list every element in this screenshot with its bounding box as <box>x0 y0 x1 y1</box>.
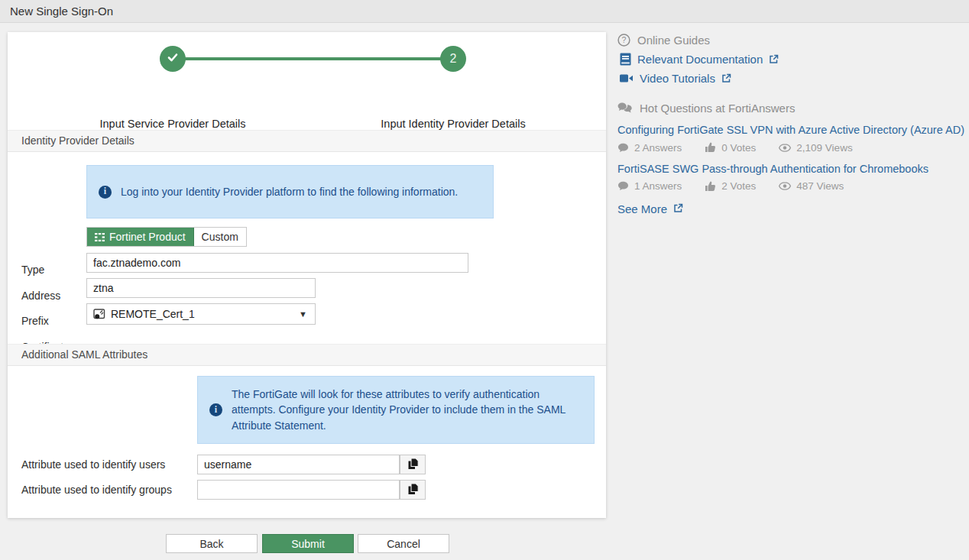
wizard-step1-label: Input Service Provider Details <box>35 118 310 130</box>
page-title: New Single Sign-On <box>0 0 969 22</box>
wizard-step2-number: 2 <box>450 52 457 66</box>
wizard-step2-label: Input Identity Provider Details <box>316 118 591 130</box>
chat-bubbles-icon <box>617 102 633 114</box>
question-stats: 1 Answers 2 Votes 487 Views <box>617 180 966 192</box>
type-option-label: Custom <box>202 231 238 243</box>
check-icon <box>166 50 180 67</box>
hot-questions-title: Hot Questions at FortiAnswers <box>640 102 795 115</box>
wizard-step2-current: 2 <box>440 46 466 72</box>
book-icon <box>620 53 631 66</box>
answers-count: 2 Answers <box>634 142 682 154</box>
idp-section-header: Identity Provider Details <box>8 130 606 152</box>
hot-questions-header: Hot Questions at FortiAnswers <box>617 102 966 115</box>
submit-button[interactable]: Submit <box>262 534 354 553</box>
certificate-select[interactable]: REMOTE_Cert_1 ▼ <box>86 303 316 325</box>
group-attribute-input[interactable] <box>197 480 400 500</box>
back-button[interactable]: Back <box>166 534 258 553</box>
video-camera-icon <box>620 73 634 83</box>
saml-info-box: i The FortiGate will look for these attr… <box>197 376 595 444</box>
certificate-icon <box>93 309 105 320</box>
online-guides-title: Online Guides <box>637 34 710 47</box>
comment-icon <box>617 181 629 191</box>
thumbs-up-icon <box>705 181 716 192</box>
see-more-link[interactable]: See More <box>617 202 966 215</box>
sso-wizard-card: 2 Input Service Provider Details Input I… <box>8 32 606 518</box>
type-option-custom[interactable]: Custom <box>194 228 246 246</box>
help-sidebar: ? Online Guides Relevant Documentation <box>617 34 966 215</box>
comment-icon <box>617 143 629 153</box>
question-stats: 2 Answers 0 Votes 2,109 Views <box>617 142 966 154</box>
cancel-button[interactable]: Cancel <box>358 534 449 553</box>
user-attribute-label: Attribute used to identify users <box>21 458 165 471</box>
eye-icon <box>779 182 791 190</box>
see-more-label: See More <box>617 202 667 215</box>
copy-group-attribute-button[interactable] <box>400 480 426 500</box>
external-link-icon <box>721 73 731 83</box>
question-link[interactable]: Configuring FortiGate SSL VPN with Azure… <box>617 123 966 138</box>
votes-count: 2 Votes <box>721 180 756 192</box>
address-label: Address <box>21 290 60 302</box>
saml-info-text: The FortiGate will look for these attrib… <box>232 387 594 433</box>
info-icon: i <box>209 403 222 416</box>
prefix-label: Prefix <box>21 315 49 327</box>
online-guides-header: ? Online Guides <box>617 34 966 47</box>
page-header: New Single Sign-On <box>0 0 969 23</box>
wizard-step1-complete <box>160 46 186 72</box>
fortinet-logo-icon <box>95 233 105 241</box>
idp-info-box: i Log into your Identity Provider platfo… <box>86 165 494 218</box>
thumbs-up-icon <box>705 142 716 153</box>
external-link-icon <box>673 202 683 215</box>
chevron-down-icon: ▼ <box>299 309 307 319</box>
wizard-progress-line <box>173 57 453 60</box>
views-count: 2,109 Views <box>796 142 852 154</box>
saml-section-header: Additional SAML Attributes <box>8 344 606 366</box>
question-circle-icon: ? <box>617 34 630 47</box>
address-input[interactable] <box>86 253 468 273</box>
question-link[interactable]: FortiSASE SWG Pass-through Authenticatio… <box>617 162 966 177</box>
relevant-documentation-link[interactable]: Relevant Documentation <box>620 53 966 66</box>
copy-icon <box>407 483 419 497</box>
group-attribute-label: Attribute used to identify groups <box>21 484 172 496</box>
video-tutorials-label: Video Tutorials <box>640 72 715 85</box>
certificate-value: REMOTE_Cert_1 <box>111 308 299 320</box>
eye-icon <box>779 144 791 152</box>
idp-info-text: Log into your Identity Provider platform… <box>121 184 468 199</box>
answers-count: 1 Answers <box>634 180 682 192</box>
external-link-icon <box>769 54 779 64</box>
svg-text:?: ? <box>622 35 627 44</box>
votes-count: 0 Votes <box>721 142 756 154</box>
type-option-label: Fortinet Product <box>109 231 186 243</box>
prefix-input[interactable] <box>86 278 316 298</box>
video-tutorials-link[interactable]: Video Tutorials <box>620 72 966 85</box>
copy-icon <box>407 458 419 472</box>
type-segmented-control: Fortinet Product Custom <box>86 227 247 247</box>
copy-user-attribute-button[interactable] <box>400 455 426 474</box>
type-label: Type <box>21 264 44 276</box>
info-icon: i <box>99 186 112 199</box>
views-count: 487 Views <box>796 180 844 192</box>
user-attribute-input[interactable] <box>197 455 400 474</box>
type-option-fortinet-product[interactable]: Fortinet Product <box>87 228 194 246</box>
relevant-documentation-label: Relevant Documentation <box>637 53 763 66</box>
